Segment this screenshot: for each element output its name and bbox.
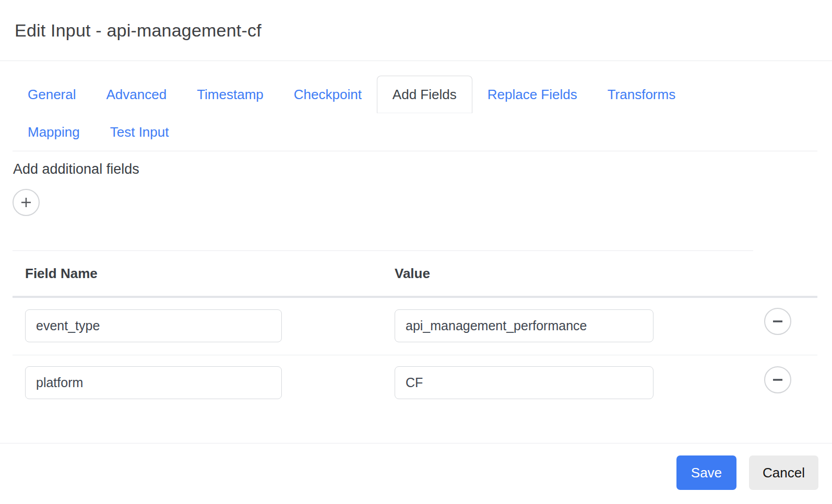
section-heading: Add additional fields <box>13 161 832 177</box>
minus-icon <box>772 316 783 327</box>
field-name-input[interactable] <box>25 366 282 399</box>
tab-transforms[interactable]: Transforms <box>592 76 691 113</box>
cancel-button[interactable]: Cancel <box>749 455 818 490</box>
tab-add-fields[interactable]: Add Fields <box>377 76 472 113</box>
table-row <box>0 355 832 443</box>
table-row <box>0 298 832 355</box>
tab-replace-fields[interactable]: Replace Fields <box>472 76 592 113</box>
tab-row-2: Mapping Test Input <box>13 113 817 151</box>
dialog-header: Edit Input - api-management-cf <box>0 0 832 61</box>
remove-row-button[interactable] <box>764 308 791 335</box>
tab-checkpoint[interactable]: Checkpoint <box>279 76 377 113</box>
tab-general[interactable]: General <box>13 76 91 113</box>
page-title: Edit Input - api-management-cf <box>15 20 262 41</box>
field-name-input[interactable] <box>25 309 282 342</box>
edit-input-dialog: Edit Input - api-management-cf General A… <box>0 0 832 504</box>
tab-mapping[interactable]: Mapping <box>13 113 95 151</box>
remove-row-button[interactable] <box>764 366 791 393</box>
save-button[interactable]: Save <box>676 455 736 490</box>
column-header-value: Value <box>395 266 430 282</box>
tab-bar: General Advanced Timestamp Checkpoint Ad… <box>13 76 817 151</box>
tab-advanced[interactable]: Advanced <box>91 76 182 113</box>
tab-timestamp[interactable]: Timestamp <box>182 76 279 113</box>
column-header-field-name: Field Name <box>25 266 98 282</box>
dialog-footer: Save Cancel <box>0 443 832 490</box>
table-header: Field Name Value <box>0 251 832 296</box>
tab-row-1: General Advanced Timestamp Checkpoint Ad… <box>13 76 817 113</box>
add-field-button[interactable] <box>13 189 40 216</box>
minus-icon <box>772 374 783 386</box>
add-fields-panel: Add additional fields Field Name Value <box>0 161 832 443</box>
plus-icon <box>20 196 32 209</box>
tab-test-input[interactable]: Test Input <box>95 113 184 151</box>
value-input[interactable] <box>395 309 653 342</box>
value-input[interactable] <box>395 366 653 399</box>
